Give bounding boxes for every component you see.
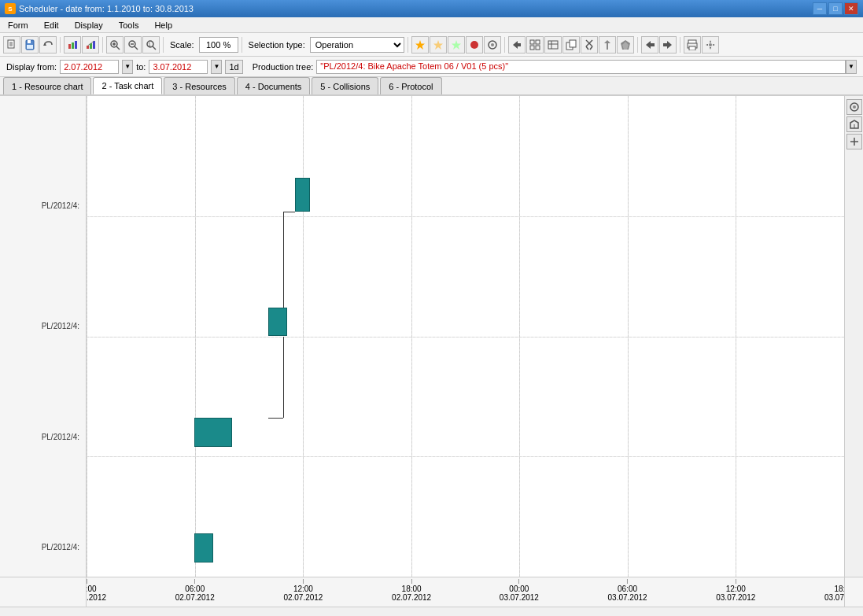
connector-h-2 bbox=[283, 212, 294, 212]
svg-rect-10 bbox=[68, 44, 71, 49]
selection-type-select[interactable]: Operation Task Resource bbox=[310, 37, 404, 53]
selection-type-label: Selection type: bbox=[249, 40, 305, 50]
toolbar-sep-6 bbox=[504, 37, 505, 53]
paste-btn[interactable] bbox=[599, 36, 616, 53]
toolbar-sep-2 bbox=[102, 37, 103, 53]
save-button[interactable] bbox=[21, 36, 39, 53]
time-tick: 12:0002.07.2012 bbox=[283, 579, 323, 602]
tab-task-chart[interactable]: 2 - Task chart bbox=[93, 77, 162, 94]
copy-btn[interactable] bbox=[562, 36, 580, 53]
chart-area[interactable] bbox=[87, 96, 844, 577]
svg-rect-41 bbox=[570, 40, 576, 47]
svg-marker-50 bbox=[663, 41, 672, 49]
close-button[interactable]: ✕ bbox=[844, 2, 858, 15]
arrow-btn[interactable] bbox=[508, 36, 526, 53]
menu-form[interactable]: Form bbox=[3, 19, 33, 31]
grid-v-0 bbox=[87, 96, 87, 577]
grid-v-1 bbox=[195, 96, 196, 577]
time-tick: 00:0002.07.2012 bbox=[87, 579, 106, 602]
main-area: PL/2012/4: PL/2012/4: PL/2012/4: PL/2012… bbox=[0, 96, 863, 577]
menu-help[interactable]: Help bbox=[149, 19, 177, 31]
svg-point-29 bbox=[470, 41, 478, 49]
svg-point-56 bbox=[853, 105, 856, 109]
svg-rect-15 bbox=[93, 41, 95, 49]
prod-tree-label: Production tree: bbox=[253, 62, 314, 72]
row-label-3: PL/2012/4: bbox=[42, 433, 79, 441]
settings-btn[interactable] bbox=[702, 36, 719, 53]
time-tick: 06:0003.07.2012 bbox=[608, 579, 647, 602]
red-circle-button[interactable] bbox=[466, 36, 483, 53]
side-btn-2[interactable] bbox=[846, 116, 862, 132]
svg-rect-33 bbox=[530, 40, 534, 44]
connector-v-1 bbox=[283, 337, 284, 419]
prod-tree-dropdown[interactable]: ▼ bbox=[846, 60, 857, 74]
svg-rect-34 bbox=[536, 40, 540, 44]
menu-edit[interactable]: Edit bbox=[39, 19, 64, 31]
toolbar-sep-7 bbox=[637, 37, 638, 53]
tab-collisions[interactable]: 5 - Collisions bbox=[312, 77, 378, 94]
toolbar-sep-5 bbox=[408, 37, 408, 53]
time-tick: 18:0002.07.2012 bbox=[392, 579, 431, 602]
task-bar-4[interactable] bbox=[194, 533, 213, 563]
svg-point-31 bbox=[491, 43, 494, 46]
zoom-out-button[interactable] bbox=[124, 36, 142, 53]
toolbar-sep-3 bbox=[163, 37, 164, 53]
task-bar-2[interactable] bbox=[268, 308, 287, 337]
star2-button[interactable] bbox=[430, 36, 447, 53]
svg-rect-36 bbox=[536, 46, 540, 50]
fwd-btn[interactable] bbox=[659, 36, 677, 53]
tab-resources[interactable]: 3 - Resources bbox=[164, 77, 234, 94]
chart-bar-button[interactable] bbox=[64, 36, 81, 53]
svg-line-45 bbox=[590, 46, 592, 50]
tab-resource-chart[interactable]: 1 - Resource chart bbox=[3, 77, 91, 94]
task-bar-1[interactable] bbox=[295, 178, 310, 212]
display-from-label: Display from: bbox=[6, 62, 57, 72]
connector-v-2 bbox=[283, 212, 284, 308]
tab-protocol[interactable]: 6 - Protocol bbox=[380, 77, 441, 94]
svg-text:1: 1 bbox=[148, 42, 151, 47]
tab-documents[interactable]: 4 - Documents bbox=[237, 77, 311, 94]
side-btn-3[interactable] bbox=[846, 134, 862, 149]
table-btn[interactable] bbox=[544, 36, 562, 53]
star3-button[interactable] bbox=[448, 36, 465, 53]
record-button[interactable] bbox=[484, 36, 501, 53]
star1-button[interactable] bbox=[411, 36, 429, 53]
svg-marker-32 bbox=[513, 41, 521, 49]
time-axis-spacer bbox=[0, 577, 87, 607]
svg-rect-37 bbox=[548, 41, 558, 49]
task-bar-3[interactable] bbox=[194, 418, 232, 447]
from-date-dropdown[interactable]: ▼ bbox=[122, 60, 133, 74]
menu-tools[interactable]: Tools bbox=[114, 19, 144, 31]
print-btn[interactable] bbox=[684, 36, 701, 53]
svg-rect-35 bbox=[530, 46, 534, 50]
cut-btn[interactable] bbox=[581, 36, 598, 53]
back-btn[interactable] bbox=[641, 36, 658, 53]
grid-btn[interactable] bbox=[526, 36, 544, 53]
menu-display[interactable]: Display bbox=[70, 19, 108, 31]
svg-line-21 bbox=[135, 46, 138, 50]
svg-point-54 bbox=[709, 43, 712, 46]
side-btn-1[interactable] bbox=[846, 99, 862, 115]
undo-button[interactable] bbox=[39, 36, 57, 53]
scale-label: Scale: bbox=[170, 40, 194, 50]
new-button[interactable] bbox=[3, 36, 20, 53]
row-label-1: PL/2012/4: bbox=[42, 201, 79, 210]
minimize-button[interactable]: ─ bbox=[813, 2, 827, 15]
tab-bar: 1 - Resource chart 2 - Task chart 3 - Re… bbox=[0, 77, 863, 96]
to-date-dropdown[interactable]: ▼ bbox=[211, 60, 222, 74]
grid-v-2 bbox=[303, 96, 304, 577]
chart-line-button[interactable] bbox=[82, 36, 99, 53]
app-icon: S bbox=[5, 3, 16, 14]
row-label-4: PL/2012/4: bbox=[42, 543, 79, 551]
svg-rect-53 bbox=[689, 46, 695, 50]
scale-input[interactable] bbox=[199, 37, 238, 53]
zoom-full-button[interactable]: 1 bbox=[142, 36, 160, 53]
to-date-input[interactable] bbox=[149, 60, 208, 74]
display-bar: Display from: ▼ to: ▼ 1d Production tree… bbox=[0, 57, 863, 77]
day-button[interactable]: 1d bbox=[225, 60, 242, 74]
zoom-in-button[interactable] bbox=[106, 36, 124, 53]
from-date-input[interactable] bbox=[60, 60, 119, 74]
lock-btn[interactable] bbox=[617, 36, 634, 53]
time-axis-container: 00:0002.07.201206:0002.07.201212:0002.07… bbox=[0, 577, 863, 607]
maximize-button[interactable]: □ bbox=[828, 2, 843, 15]
